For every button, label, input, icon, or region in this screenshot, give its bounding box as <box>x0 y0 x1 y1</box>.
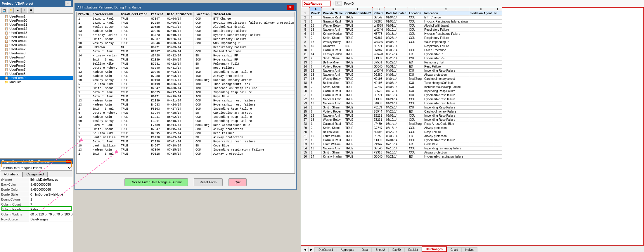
sheet-tab-duedates1[interactable]: DueDates1 <box>315 247 337 252</box>
tree-item-userform13[interactable]: 📋 UserForm13 <box>0 31 73 35</box>
excel-cell[interactable]: 1 <box>310 138 322 142</box>
excel-cell[interactable]: Hypercarbic resp failure <box>423 101 469 106</box>
dialog-table-row[interactable]: 18Wesley BetsyTRUEH019304/04/14Med/SurgC… <box>77 78 295 82</box>
excel-cell[interactable]: NI <box>493 11 502 15</box>
excel-cell[interactable] <box>469 146 493 151</box>
excel-cell[interactable] <box>493 85 502 89</box>
excel-cell[interactable]: Hypercarbic resp failure <box>423 138 469 142</box>
excel-cell[interactable] <box>469 93 493 97</box>
name-box-input[interactable] <box>302 1 331 6</box>
excel-cell[interactable]: CCU <box>408 15 423 20</box>
excel-cell[interactable]: 18 <box>310 24 322 28</box>
excel-cell[interactable] <box>469 126 493 130</box>
excel-cell[interactable] <box>493 32 502 36</box>
excel-cell[interactable]: Bellino Mike <box>322 130 344 134</box>
excel-col-header-C[interactable]: C <box>344 7 373 11</box>
fx-button[interactable]: fx <box>335 1 342 6</box>
excel-col-header-A[interactable]: A <box>310 7 322 11</box>
excel-cell[interactable]: Gazmuri Raul <box>322 15 344 20</box>
excel-cell[interactable] <box>469 130 493 134</box>
excel-cell[interactable]: 1 <box>310 93 322 97</box>
vba-save-button[interactable]: 💾 <box>1 8 7 13</box>
excel-cell[interactable]: TRUE <box>344 155 373 159</box>
excel-cell[interactable]: CCU <box>408 130 423 134</box>
excel-cell[interactable]: 6 <box>310 65 322 69</box>
excel-cell[interactable]: TRUE <box>344 114 373 118</box>
excel-cell[interactable]: 04/06/14 <box>385 81 408 85</box>
excel-cell[interactable] <box>469 97 493 101</box>
excel-cell[interactable]: Med/Surg <box>408 122 423 126</box>
excel-cell[interactable]: H0771 <box>372 93 385 97</box>
dialog-table-row[interactable]: 6Vottero RobertTRUES394404/28/14EDCardio… <box>77 111 295 115</box>
tree-item-userform12[interactable]: 📋 UserForm12 <box>0 27 73 31</box>
prop-value-7[interactable]: 60 pt;110 pt;70 pt;70 pt;100 pt;70 pt;70… <box>29 212 73 217</box>
vba-run-button[interactable]: ▶ <box>15 8 20 13</box>
excel-cell[interactable]: Resp Failure <box>423 65 469 69</box>
excel-cell[interactable]: Airway protection <box>423 151 469 155</box>
excel-cell[interactable]: 1 <box>310 20 322 24</box>
excel-cell[interactable]: Alcohol Withdrawal <box>423 24 469 28</box>
tree-item-userform16[interactable]: 📋 UserForm16 <box>0 43 73 47</box>
excel-col-header-D[interactable]: D <box>372 7 385 11</box>
excel-cell[interactable] <box>469 28 493 32</box>
tree-item-userform2[interactable]: 📋 UserForm2 <box>0 47 73 51</box>
excel-cell[interactable]: CCU <box>408 114 423 118</box>
excel-cell[interactable]: 2 <box>310 106 322 110</box>
excel-cell[interactable]: Nadeem Amin <box>322 114 344 118</box>
excel-cell[interactable]: Med/Surg <box>408 77 423 81</box>
excel-cell[interactable]: 10 <box>310 134 322 138</box>
excel-cell[interactable]: 01/04/14 <box>385 15 408 20</box>
excel-cell[interactable]: 07/10/14 <box>385 142 408 146</box>
excel-cell[interactable]: 03/08/14 <box>385 40 408 44</box>
excel-cell[interactable]: Sedation Agent <box>469 11 493 15</box>
excel-cell[interactable]: Nadeem Amin <box>322 101 344 106</box>
excel-cell[interactable]: 18 <box>310 118 322 122</box>
excel-cell[interactable]: Hypercarbic resp failure <box>423 93 469 97</box>
excel-cell[interactable]: Respiratory Failure <box>423 36 469 40</box>
tree-item-userform3[interactable]: 📋 UserForm3 <box>0 51 73 55</box>
excel-cell[interactable]: H3773 <box>372 32 385 36</box>
sheet-nav-right[interactable]: ▶ <box>308 247 315 252</box>
excel-cell[interactable]: ICU <box>408 89 423 93</box>
excel-cell[interactable]: 1 <box>310 48 322 52</box>
excel-cell[interactable]: ICU <box>408 85 423 89</box>
excel-cell[interactable]: 05/02/14 <box>385 114 408 118</box>
excel-cell[interactable]: Impending Resp Failure <box>423 106 469 110</box>
dialog-table-row[interactable]: 1Gazmuri RaulTRUEL748905/14/14Med/SurgRe… <box>77 123 295 127</box>
excel-cell[interactable]: TRUE <box>344 56 373 61</box>
excel-cell[interactable]: Wesley Betsy <box>322 77 344 81</box>
dialog-table-row[interactable]: 13Nadeem AminTRUED728004/03/14ICUAirway … <box>77 74 295 78</box>
excel-cell[interactable]: TRUE <box>344 61 373 65</box>
excel-cell[interactable] <box>469 85 493 89</box>
excel-cell[interactable]: Lauth William <box>322 134 344 138</box>
excel-cell[interactable]: Unknown <box>322 44 344 48</box>
excel-cell[interactable]: 03/09/14 <box>385 48 408 52</box>
excel-cell[interactable]: TRUE <box>344 138 373 142</box>
excel-cell[interactable]: Tube change/Cuff leak <box>423 81 469 85</box>
excel-cell[interactable] <box>469 40 493 44</box>
excel-cell[interactable]: 14 <box>310 32 322 36</box>
excel-cell[interactable]: ETT Change <box>423 15 469 20</box>
excel-cell[interactable]: NA <box>344 44 373 48</box>
excel-cell[interactable]: Gazmuri Raul <box>322 122 344 126</box>
excel-cell[interactable]: 04/27/14 <box>385 106 408 110</box>
excel-cell[interactable]: TRUE <box>344 52 373 56</box>
excel-cell[interactable]: 13 <box>310 114 322 118</box>
excel-cell[interactable]: W3420 <box>372 52 385 56</box>
enter-date-range-button[interactable]: Click to Enter Date Range & Submit <box>124 178 188 186</box>
excel-cell[interactable] <box>469 20 493 24</box>
excel-cell[interactable] <box>493 40 502 44</box>
excel-cell[interactable]: 2 <box>310 85 322 89</box>
excel-cell[interactable]: CCU <box>408 24 423 28</box>
excel-cell[interactable]: Airway protection <box>423 73 469 77</box>
tree-item-userform7[interactable]: 📋 UserForm7 <box>0 68 73 72</box>
excel-cell[interactable]: ED <box>408 61 423 65</box>
excel-cell[interactable]: Nadeem Amin <box>322 73 344 77</box>
excel-cell[interactable]: G3040 <box>372 155 385 159</box>
excel-cell[interactable] <box>469 15 493 20</box>
dialog-table-row[interactable]: 5Bellino MikeTRUEH019304/06/14ICUTube ch… <box>77 82 295 87</box>
excel-cell[interactable]: TRUE <box>344 73 373 77</box>
prop-value-3[interactable]: 0 - fmBorderStyleNone <box>29 192 73 197</box>
excel-cell[interactable]: 14 <box>310 52 322 56</box>
excel-cell[interactable]: CCU <box>408 32 423 36</box>
